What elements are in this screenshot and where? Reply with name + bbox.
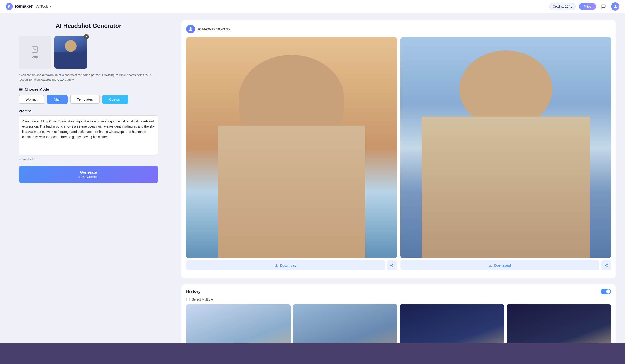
header-right: Credits: 1141 Price (549, 2, 619, 11)
add-photo-button[interactable]: Add (19, 36, 51, 69)
header: R Remaker AI Tools ▾ Credits: 1141 Price (0, 0, 625, 13)
svg-point-17 (605, 265, 606, 266)
result-images: Download Download (186, 37, 611, 270)
share-button-2[interactable] (601, 260, 611, 270)
main-layout: AI Headshot Generator Add × * You can up… (0, 13, 625, 364)
result-card: 2024-09-27 16:43:30 Download (182, 20, 616, 279)
logo-icon: R (6, 3, 13, 10)
svg-point-11 (390, 265, 391, 266)
remove-photo-button[interactable]: × (84, 34, 89, 39)
select-multiple-label: Select Multiple (192, 298, 213, 301)
history-toggle[interactable] (601, 289, 611, 294)
left-panel: AI Headshot Generator Add × * You can up… (0, 13, 172, 364)
svg-rect-7 (19, 91, 23, 91)
svg-point-4 (33, 48, 34, 49)
history-header: History (186, 289, 611, 294)
toggle-thumb (606, 289, 610, 294)
download-1-wrap: Download (186, 260, 397, 270)
download-2-wrap: Download (401, 260, 611, 270)
user-avatar[interactable] (611, 2, 619, 11)
result-avatar (186, 25, 195, 33)
download-button-2[interactable]: Download (401, 260, 599, 270)
inspiration-link[interactable]: ✦ Inspiration (19, 158, 158, 161)
upload-note: * You can upload a maximum of 4 photos o… (19, 73, 158, 82)
select-multiple-checkbox[interactable] (186, 298, 190, 301)
notification-button[interactable] (599, 2, 608, 11)
select-multiple-row: Select Multiple (186, 298, 611, 301)
prompt-container: ✦ Inspiration (19, 158, 158, 161)
svg-rect-5 (19, 88, 23, 88)
mode-custom-button[interactable]: Custom (102, 95, 128, 104)
share-button-1[interactable] (387, 260, 397, 270)
result-header: 2024-09-27 16:43:30 (186, 25, 611, 33)
uploaded-photo: × (55, 36, 87, 69)
svg-point-8 (190, 28, 191, 29)
svg-point-18 (607, 266, 608, 267)
svg-line-19 (606, 265, 607, 266)
svg-point-10 (392, 264, 393, 265)
photo-preview (55, 36, 87, 69)
svg-point-2 (615, 5, 616, 6)
result-image-2-wrap: Download (401, 37, 611, 270)
svg-text:R: R (8, 5, 10, 8)
choose-mode-label: Choose Mode (19, 87, 158, 92)
mode-templates-button[interactable]: Templates (70, 95, 100, 104)
svg-point-16 (607, 264, 608, 265)
bottom-strip (0, 343, 625, 364)
header-left: R Remaker AI Tools ▾ (6, 3, 53, 10)
svg-rect-6 (19, 89, 23, 90)
result-image-1-wrap: Download (186, 37, 397, 270)
download-button-1[interactable]: Download (186, 260, 385, 270)
result-image-1 (186, 37, 397, 258)
svg-line-14 (391, 265, 393, 265)
svg-line-20 (606, 265, 607, 265)
page-title: AI Headshot Generator (19, 22, 158, 29)
prompt-label: Prompt (19, 109, 158, 113)
right-panel: 2024-09-27 16:43:30 Download (172, 13, 625, 364)
result-image-2 (401, 37, 611, 258)
upload-max-highlight: 4 (62, 73, 63, 77)
mode-buttons: Woman Man Templates Custom (19, 95, 158, 104)
price-button[interactable]: Price (579, 3, 596, 10)
prompt-textarea[interactable] (19, 115, 158, 155)
result-timestamp: 2024-09-27 16:43:30 (197, 27, 230, 31)
svg-point-12 (392, 266, 393, 267)
generate-button[interactable]: Generate (1✦8 Credits) (19, 166, 158, 183)
svg-line-13 (391, 265, 393, 266)
upload-area: Add × (19, 36, 158, 69)
history-title: History (186, 289, 201, 294)
mode-man-button[interactable]: Man (47, 95, 67, 104)
ai-tools-button[interactable]: AI Tools ▾ (34, 3, 53, 9)
credits-badge: Credits: 1141 (549, 3, 575, 10)
mode-woman-button[interactable]: Woman (19, 95, 44, 104)
app-name: Remaker (15, 4, 32, 9)
